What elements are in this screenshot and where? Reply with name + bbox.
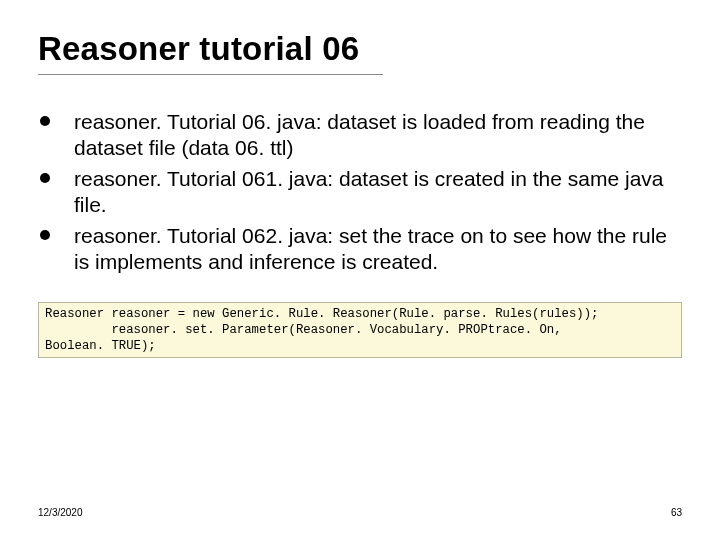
- code-block: Reasoner reasoner = new Generic. Rule. R…: [38, 302, 682, 359]
- bullet-list: reasoner. Tutorial 06. java: dataset is …: [38, 109, 682, 276]
- bullet-icon: [40, 173, 50, 183]
- bullet-icon: [40, 230, 50, 240]
- list-item-label: reasoner. Tutorial 06. java: dataset is …: [74, 110, 645, 159]
- page-title: Reasoner tutorial 06: [38, 30, 682, 68]
- list-item: reasoner. Tutorial 06. java: dataset is …: [38, 109, 682, 162]
- slide: Reasoner tutorial 06 reasoner. Tutorial …: [0, 0, 720, 540]
- list-item: reasoner. Tutorial 061. java: dataset is…: [38, 166, 682, 219]
- list-item-label: reasoner. Tutorial 061. java: dataset is…: [74, 167, 664, 216]
- footer-date: 12/3/2020: [38, 507, 83, 518]
- footer: 12/3/2020 63: [38, 507, 682, 518]
- bullet-icon: [40, 116, 50, 126]
- list-item: reasoner. Tutorial 062. java: set the tr…: [38, 223, 682, 276]
- footer-page: 63: [671, 507, 682, 518]
- list-item-label: reasoner. Tutorial 062. java: set the tr…: [74, 224, 667, 273]
- title-rule: [38, 74, 383, 75]
